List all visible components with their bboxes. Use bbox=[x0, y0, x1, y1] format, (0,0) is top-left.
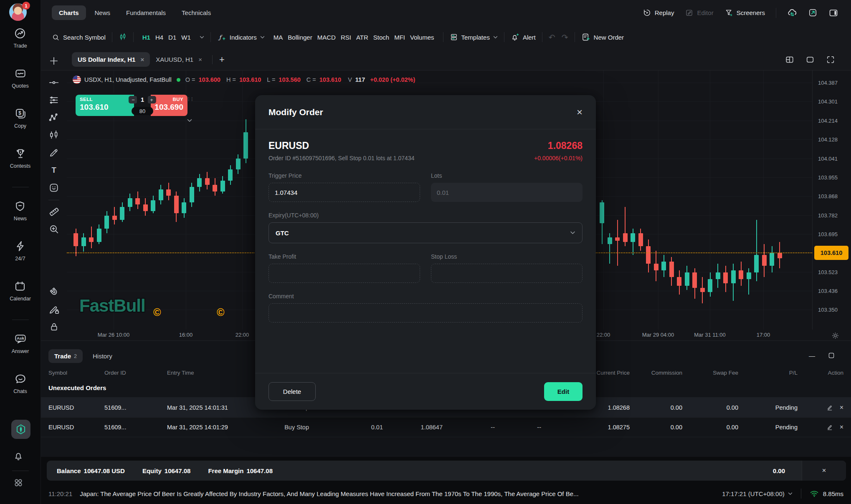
drag-handle-icon[interactable]: ⋮⋮ bbox=[187, 97, 193, 101]
balance-bar-close-icon[interactable]: × bbox=[822, 466, 826, 475]
widget-collapse-button[interactable] bbox=[187, 119, 192, 122]
stop-loss-input[interactable] bbox=[431, 264, 583, 283]
column-header-p-l[interactable]: P/L bbox=[738, 370, 798, 376]
indicator-shortcut-ma[interactable]: MA bbox=[274, 34, 283, 41]
edit-order-icon[interactable] bbox=[826, 404, 833, 411]
editor-button[interactable]: Editor bbox=[685, 8, 713, 17]
tab-fundamentals[interactable]: Fundamentals bbox=[119, 5, 173, 20]
ticker-headline[interactable]: Japan: The Average Price Of Beer Is Grea… bbox=[80, 490, 578, 497]
column-header-entry-time[interactable]: Entry Time bbox=[167, 370, 267, 376]
screeners-button[interactable]: Screeners bbox=[724, 8, 765, 17]
column-header-swap-fee[interactable]: Swap Fee bbox=[682, 370, 738, 376]
buy-button[interactable]: BUY 103.690 bbox=[151, 95, 187, 116]
comment-input[interactable] bbox=[268, 303, 583, 323]
text-tool-button[interactable]: T bbox=[48, 164, 59, 176]
chart-settings-gear-icon[interactable] bbox=[831, 332, 839, 340]
timeframe-w1[interactable]: W1 bbox=[181, 34, 191, 41]
indicator-shortcut-atr[interactable]: ATR bbox=[356, 34, 368, 41]
sidebar-item-calendar[interactable]: Calendar bbox=[10, 279, 31, 306]
qty-decrease-button[interactable]: − bbox=[129, 96, 137, 103]
price-axis[interactable]: 104.387104.301104.214104.128104.041103.9… bbox=[812, 71, 851, 330]
column-header-action[interactable]: Action bbox=[798, 370, 843, 376]
redo-button[interactable]: ↷ bbox=[562, 33, 568, 42]
emoji-tool-button[interactable] bbox=[48, 181, 59, 194]
drawing-lock-button[interactable] bbox=[48, 303, 60, 315]
alert-button[interactable]: Alert bbox=[511, 33, 536, 42]
tab-technicals[interactable]: Technicals bbox=[175, 5, 218, 20]
delete-button[interactable]: Delete bbox=[268, 382, 316, 401]
sell-button[interactable]: SELL 103.610 bbox=[76, 95, 134, 116]
cancel-order-icon[interactable]: × bbox=[840, 423, 843, 431]
user-avatar[interactable]: 1 bbox=[9, 3, 28, 23]
edit-button[interactable]: Edit bbox=[544, 382, 583, 401]
fullscreen-button[interactable] bbox=[826, 55, 835, 64]
order-row[interactable]: EURUSD51609...Mar 31, 2025 14:01:29Buy S… bbox=[41, 417, 851, 437]
sidebar-item-trade[interactable]: Trade bbox=[13, 26, 27, 53]
trigger-price-input[interactable] bbox=[268, 183, 420, 202]
zoom-in-tool-button[interactable] bbox=[48, 223, 59, 235]
symbol-search[interactable]: Search Symbol bbox=[52, 33, 106, 41]
sidebar-item-quotes[interactable]: Quotes bbox=[12, 66, 28, 93]
tab-charts[interactable]: Charts bbox=[52, 5, 86, 20]
new-order-button[interactable]: New Order bbox=[581, 33, 624, 42]
take-profit-input[interactable] bbox=[268, 264, 420, 283]
indicator-shortcut-bollinger[interactable]: Bollinger bbox=[288, 34, 312, 41]
lock-all-button[interactable] bbox=[49, 320, 59, 333]
timeframe-h4[interactable]: H4 bbox=[155, 34, 163, 41]
tab-news[interactable]: News bbox=[88, 5, 118, 20]
sidebar-item-contests[interactable]: Contests bbox=[10, 146, 30, 174]
fib-lines-tool-button[interactable] bbox=[48, 94, 59, 106]
trendline-tool-button[interactable] bbox=[48, 76, 59, 89]
timeframe-dropdown[interactable] bbox=[200, 36, 204, 39]
timeframe-d1[interactable]: D1 bbox=[168, 34, 176, 41]
panel-toggle-button[interactable] bbox=[828, 8, 838, 18]
sidebar-item-chats[interactable]: Chats bbox=[13, 371, 27, 399]
indicators-button[interactable]: ƒ Indicators bbox=[217, 33, 265, 41]
indicator-shortcut-rsi[interactable]: RSI bbox=[341, 34, 351, 41]
brush-tool-button[interactable] bbox=[48, 146, 59, 159]
ruler-tool-button[interactable] bbox=[48, 205, 60, 218]
add-chart-tab-button[interactable]: + bbox=[219, 54, 225, 65]
qty-value[interactable]: 1 bbox=[141, 96, 144, 103]
close-tab-icon[interactable]: × bbox=[140, 56, 144, 63]
qty-increase-button[interactable]: + bbox=[148, 96, 155, 103]
notifications-bell-button[interactable] bbox=[13, 451, 24, 461]
cancel-order-icon[interactable]: × bbox=[840, 404, 843, 411]
tab-trade[interactable]: Trade 2 bbox=[48, 349, 83, 363]
indicator-shortcut-volumes[interactable]: Volumes bbox=[410, 34, 434, 41]
column-header-commission[interactable]: Commission bbox=[630, 370, 682, 376]
chart-type-button[interactable] bbox=[119, 33, 127, 41]
templates-button[interactable]: Templates bbox=[450, 33, 498, 41]
layout-single-button[interactable] bbox=[805, 55, 815, 64]
expiry-select[interactable]: GTC bbox=[268, 222, 583, 243]
panel-minimize-button[interactable]: — bbox=[809, 352, 815, 359]
modal-close-icon[interactable]: × bbox=[577, 106, 583, 118]
panel-maximize-button[interactable] bbox=[828, 352, 835, 359]
indicator-shortcut-stoch[interactable]: Stoch bbox=[373, 34, 389, 41]
layout-split-button[interactable] bbox=[785, 55, 794, 64]
share-export-button[interactable] bbox=[808, 8, 818, 18]
pattern-tool-button[interactable] bbox=[48, 111, 59, 124]
edit-order-icon[interactable] bbox=[826, 424, 833, 431]
prediction-tool-button[interactable] bbox=[48, 129, 59, 141]
indicator-shortcut-mfi[interactable]: MFI bbox=[394, 34, 405, 41]
sidebar-item-copy[interactable]: $Copy bbox=[14, 106, 27, 134]
sidebar-item-answer[interactable]: AskAnswer bbox=[12, 331, 29, 359]
column-header-symbol[interactable]: Symbol bbox=[48, 370, 104, 376]
cloud-sync-button[interactable] bbox=[787, 8, 797, 18]
timeframe-h1[interactable]: H1 bbox=[142, 34, 150, 41]
sidebar-item-terminal-active[interactable] bbox=[11, 420, 30, 439]
chart-tab-usdx[interactable]: US Dollar Index, H1 × bbox=[72, 52, 150, 67]
legend-symbol[interactable]: USDX, H1, Unadjusted, FastBull bbox=[84, 76, 172, 83]
column-header-order-id[interactable]: Order ID bbox=[104, 370, 167, 376]
magnet-tool-button[interactable] bbox=[48, 285, 60, 298]
server-clock[interactable]: 17:17:21 (UTC+08:00) bbox=[722, 490, 793, 497]
sidebar-item-news[interactable]: News bbox=[14, 199, 27, 226]
indicator-shortcut-macd[interactable]: MACD bbox=[317, 34, 336, 41]
sidebar-item-live[interactable]: 24/7 bbox=[14, 239, 27, 266]
apps-menu-button[interactable] bbox=[13, 477, 24, 488]
close-tab-icon[interactable]: × bbox=[198, 56, 202, 63]
replay-button[interactable]: Replay bbox=[643, 8, 674, 17]
chart-tab-xauusd[interactable]: XAUUSD, H1 × bbox=[150, 52, 208, 67]
undo-button[interactable]: ↶ bbox=[549, 33, 555, 42]
